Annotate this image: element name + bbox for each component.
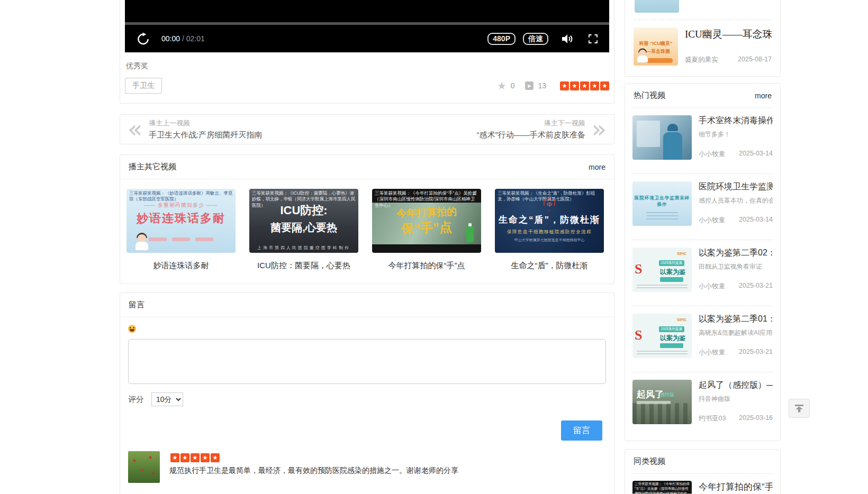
- hot-video-item[interactable]: S SIFIC 2025系列直播 以案为鉴 以案为鉴第二季02：... 田靓从卫…: [632, 240, 773, 299]
- uploader-other-videos-box: 播主其它视频 more 三等奖获奖视频：《妙语连珠话多耐》周敏云、李亚琼（东部战…: [120, 154, 614, 284]
- prev-video-link[interactable]: « 播主上一视频 手卫生大作战:产房细菌歼灭指南: [128, 118, 262, 140]
- current-time: 00:00: [161, 34, 180, 43]
- submit-comment-button[interactable]: 留言: [561, 420, 602, 441]
- comments-heading: 留言: [129, 300, 144, 310]
- video-thumbnail[interactable]: 三等奖获奖视频：《妙语连珠话多耐》周敏云、李亚琼（东部战区空军医院） —— 多重…: [126, 189, 236, 253]
- play-count-icon: ▶: [525, 81, 534, 90]
- arrow-up-to-top-icon: [795, 405, 803, 413]
- hot-video-item[interactable]: S SIFIC 2025系列直播 以案为鉴 以案为鉴第二季01：... 高晓东&…: [632, 306, 773, 365]
- back-to-top-button[interactable]: [789, 399, 810, 418]
- video-date: 2025-03-21: [739, 282, 773, 291]
- video-title[interactable]: 以案为鉴第二季01：...: [699, 314, 773, 325]
- video-thumbnail[interactable]: 起风了 感控版: [632, 380, 692, 424]
- video-screen[interactable]: [125, 0, 609, 22]
- other-video-item[interactable]: 三等奖获奖视频：《今年打算拍的保“手”点》吴抢媛（深圳市南山区慢性病防治院/深圳…: [372, 189, 481, 271]
- video-meta-row: 手卫生 ★ 0 ▶ 13 ★★★★★: [125, 78, 609, 94]
- prev-next-nav: « 播主上一视频 手卫生大作战:产房细菌歼灭指南 播主下一视频 “感术”行动——…: [120, 114, 614, 144]
- other-video-item[interactable]: 三等奖获奖视频：《ICU防控：菌要隔，心要热》谢妙蝶，胡文静，华银（同济大学附属…: [249, 189, 358, 271]
- video-thumbnail[interactable]: [632, 115, 692, 160]
- prev-label: 播主上一视频: [149, 118, 262, 128]
- video-date: 2025-03-14: [739, 216, 773, 225]
- award-label: 优秀奖: [126, 61, 609, 71]
- video-title[interactable]: 妙语连珠话多耐: [126, 261, 236, 271]
- video-player-box: 00:00 / 02:01 480P 倍速 优秀奖 手卫生 ★ 0: [120, 0, 614, 104]
- video-date: 2025-03-16: [739, 414, 773, 423]
- shield-icon: [544, 197, 555, 211]
- hot-video-item[interactable]: 手术室终末消毒操作... 细节多多！ 小小牧童 2025-03-14: [632, 108, 773, 167]
- video-author: 约书亚03: [699, 414, 726, 423]
- video-title[interactable]: 以案为鉴第二季02：...: [699, 248, 773, 259]
- comment-textarea[interactable]: [128, 339, 606, 384]
- video-thumbnail[interactable]: 三等奖获奖视频：《今年打算拍的保“手”点》吴抢媛（深圳市南山区慢性病防治院/深圳…: [372, 189, 481, 253]
- video-thumbnail[interactable]: S SIFIC 2025系列直播 以案为鉴: [632, 314, 692, 358]
- replay-icon[interactable]: [137, 32, 150, 45]
- video-thumbnail[interactable]: 医院环境卫生学监测采样操作: [632, 181, 692, 226]
- comment-item: ★★★★★ 规范执行手卫生是最简单，最经济，最有效的预防医院感染的措施之一。谢谢…: [128, 451, 606, 483]
- decorative-lines: [637, 285, 688, 290]
- doctor-figure: [636, 48, 649, 62]
- hot-video-item[interactable]: 起风了 感控版 起风了（感控版）—... 抖音神曲版 约书亚03 2025-03…: [632, 372, 773, 431]
- hot-videos-heading: 热门视频: [634, 90, 665, 100]
- sific-s-logo: S: [635, 261, 642, 277]
- video-author: 小小牧童: [699, 150, 725, 159]
- hot-video-item[interactable]: 医院环境卫生学监测采样操作 医院环境卫生学监测... 感控人员基本功，你真的会采…: [632, 174, 773, 233]
- favorite-star-icon[interactable]: ★: [498, 80, 507, 92]
- video-author: 小小牧童: [699, 282, 725, 291]
- video-date: 2025-08-17: [738, 56, 772, 65]
- video-rating-stars: ★★★★★: [559, 81, 609, 90]
- video-title[interactable]: ICU防控：菌要隔，心要热: [249, 261, 358, 271]
- rating-select[interactable]: 10分: [151, 392, 183, 406]
- other-video-item[interactable]: 三等奖获奖视频：《妙语连珠话多耐》周敏云、李亚琼（东部战区空军医院） —— 多重…: [126, 189, 236, 271]
- decorative-lines: [637, 351, 688, 356]
- fullscreen-icon[interactable]: [589, 34, 598, 43]
- tag-shouweisheng[interactable]: 手卫生: [125, 78, 162, 94]
- commenter-avatar[interactable]: [128, 451, 160, 483]
- video-thumbnail[interactable]: 三等奖获奖视频：《今年打算拍的保“手”点》吴抢媛（深圳市南山区慢性病防治院/深圳…: [632, 481, 692, 494]
- similar-video-item[interactable]: 三等奖获奖视频：《今年打算拍的保“手”点》吴抢媛（深圳市南山区慢性病防治院/深圳…: [632, 474, 773, 494]
- video-stats: ★ 0 ▶ 13 ★★★★★: [498, 80, 609, 92]
- video-thumbnail[interactable]: 三等奖获奖视频：《生命之“盾”，防微杜渐》彭祖龙，孙彦峰（中山大学附属第七医院）…: [495, 189, 604, 253]
- comment-text: 规范执行手卫生是最简单，最经济，最有效的预防医院感染的措施之一。谢谢老师的分享: [169, 466, 458, 475]
- main-column: 00:00 / 02:01 480P 倍速 优秀奖 手卫生 ★ 0: [120, 0, 614, 494]
- video-title[interactable]: 今年打算拍的保“手”点: [372, 261, 481, 271]
- video-date: 2025-03-14: [739, 150, 773, 159]
- video-title[interactable]: 生命之“盾”，防微杜渐: [495, 261, 604, 271]
- other-video-item[interactable]: 三等奖获奖视频：《生命之“盾”，防微杜渐》彭祖龙，孙彦峰（中山大学附属第七医院）…: [495, 189, 604, 271]
- next-label: 播主下一视频: [477, 118, 585, 128]
- doctor-figure: [134, 233, 150, 251]
- sidebar-video-item[interactable]: 科普 “ICU幽灵” ——耳念珠菌 ICU幽灵——耳念珠菌 盛夏的果实 2025…: [634, 20, 772, 66]
- video-subtitle: 抖音神曲版: [699, 395, 773, 404]
- partial-video-thumbnail[interactable]: [635, 0, 679, 13]
- decorative-chip: [660, 343, 683, 348]
- video-date: 2025-03-21: [739, 348, 773, 357]
- time-display: 00:00 / 02:01: [161, 34, 205, 43]
- hot-videos-more-link[interactable]: more: [755, 92, 772, 100]
- player-controls: 00:00 / 02:01 480P 倍速: [125, 25, 609, 52]
- speed-button[interactable]: 倍速: [523, 33, 548, 45]
- video-title[interactable]: ICU幽灵——耳念珠菌: [685, 28, 772, 41]
- video-title[interactable]: 手术室终末消毒操作...: [699, 115, 773, 126]
- video-subtitle: 感控人员基本功，你真的会采: [699, 196, 773, 205]
- similar-videos-box: 同类视频 三等奖获奖视频：《今年打算拍的保“手”点》吴抢媛（深圳市南山区慢性病防…: [625, 449, 781, 494]
- other-videos-heading: 播主其它视频: [129, 162, 176, 172]
- favorite-count: 0: [511, 81, 515, 90]
- video-title[interactable]: 医院环境卫生学监测...: [699, 181, 773, 193]
- video-subtitle: 田靓从卫监视角看审证: [699, 262, 773, 271]
- video-thumbnail[interactable]: 三等奖获奖视频：《ICU防控：菌要隔，心要热》谢妙蝶，胡文静，华银（同济大学附属…: [249, 189, 358, 253]
- video-thumbnail[interactable]: S SIFIC 2025系列直播 以案为鉴: [632, 248, 692, 292]
- similar-videos-heading: 同类视频: [634, 456, 665, 466]
- nurse-figure: [667, 124, 678, 131]
- video-thumbnail[interactable]: 科普 “ICU幽灵” ——耳念珠菌: [634, 28, 678, 66]
- video-title[interactable]: 今年打算拍的保“手...: [699, 481, 773, 493]
- decorative-line: [637, 401, 671, 404]
- video-title[interactable]: 起风了（感控版）—...: [699, 380, 773, 391]
- quality-button[interactable]: 480P: [487, 33, 516, 45]
- decorative-chip: [660, 277, 683, 282]
- volume-icon[interactable]: [562, 34, 574, 44]
- video-subtitle: 高晓东&范鹏超解读AI应用: [699, 328, 773, 337]
- equipment-panel-figure: [637, 121, 660, 147]
- other-videos-more-link[interactable]: more: [589, 163, 605, 171]
- next-video-link[interactable]: 播主下一视频 “感术”行动——手术前皮肤准备 »: [477, 118, 607, 140]
- comment-box: 留言 评分 10分 留言 ★★★★★ 规范执行手卫生是最简单，最经济，最有效的预…: [120, 292, 614, 494]
- emoji-picker-icon[interactable]: [128, 325, 136, 333]
